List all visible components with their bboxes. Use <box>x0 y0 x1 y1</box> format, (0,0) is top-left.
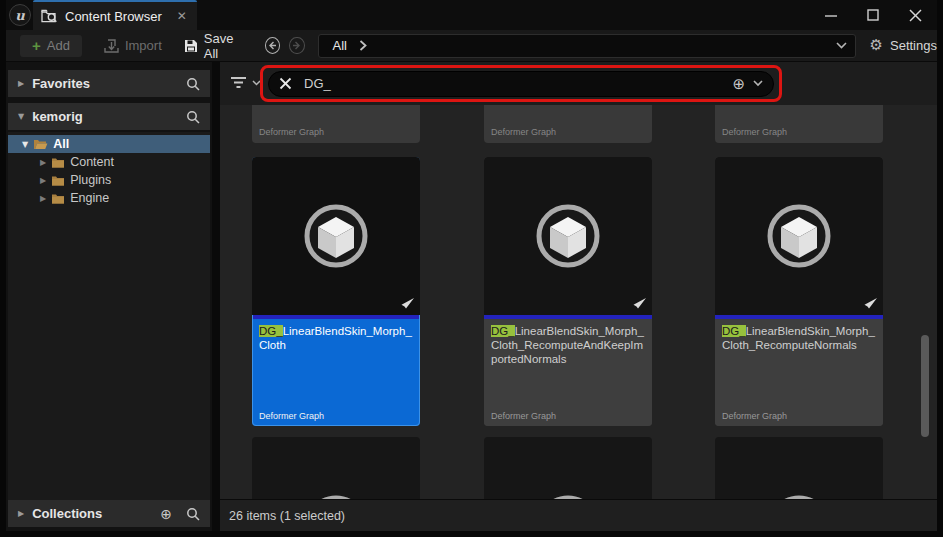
toolbar: + Add Import Save All All <box>6 30 937 62</box>
save-icon <box>184 39 198 53</box>
tree-item-all[interactable]: ▼ All <box>8 135 210 153</box>
asset-tile-partial[interactable] <box>484 437 652 499</box>
asset-type-label: Deformer Graph <box>491 127 556 137</box>
settings-button[interactable]: ⚙ Settings <box>870 38 937 53</box>
asset-tile-dg-linearblendskin-morph-cloth-recomputeandkeepimportednormals[interactable]: DG_LinearBlendSkin_Morph_Cloth_Recompute… <box>484 157 652 426</box>
add-collection-icon[interactable]: ⊕ <box>160 506 172 522</box>
favorites-label: Favorites <box>32 76 178 91</box>
asset-tile-partial[interactable] <box>252 437 420 499</box>
asset-tile-partial[interactable] <box>715 437 883 499</box>
asset-thumbnail <box>715 157 883 315</box>
filter-funnel-icon <box>230 75 247 90</box>
asset-view-panel: DG_ ⊕ Deformer Graph Deformer Graph <box>220 62 937 531</box>
engine-expand-chevron-icon[interactable]: ▶ <box>40 194 46 203</box>
collections-header[interactable]: ▶ Collections ⊕ <box>8 500 210 527</box>
collections-search-icon[interactable] <box>186 507 200 521</box>
deformer-graph-cube-icon <box>533 492 603 499</box>
filters-button[interactable] <box>230 75 261 90</box>
import-button-label: Import <box>125 38 162 53</box>
vertical-scrollbar-thumb[interactable] <box>921 335 929 437</box>
plugins-expand-chevron-icon[interactable]: ▶ <box>40 176 46 185</box>
favorites-expand-chevron-icon[interactable]: ▶ <box>18 79 24 88</box>
asset-name-rest: LinearBlendSkin_Morph_Cloth_RecomputeAnd… <box>491 325 644 365</box>
sidebar-splitter[interactable] <box>212 62 220 531</box>
collections-expand-chevron-icon[interactable]: ▶ <box>18 509 24 518</box>
asset-nameplate: DG_LinearBlendSkin_Morph_Cloth_Recompute… <box>484 319 652 426</box>
tree-item-plugins[interactable]: ▶ Plugins <box>8 171 210 189</box>
sources-header[interactable]: ▼ kemorig <box>8 103 210 130</box>
title-bar: u Content Browser ✕ <box>6 0 937 30</box>
asset-type-label: Deformer Graph <box>259 127 324 137</box>
minimize-icon[interactable] <box>819 5 843 25</box>
asset-thumbnail <box>484 157 652 315</box>
item-count-text: 26 items (1 selected) <box>229 509 345 523</box>
path-breadcrumb[interactable]: All <box>318 34 856 58</box>
favorites-search-icon[interactable] <box>186 77 200 91</box>
filter-search-bar: DG_ ⊕ <box>220 62 937 105</box>
save-search-icon[interactable]: ⊕ <box>732 75 745 93</box>
external-asset-arrow-icon <box>396 297 415 311</box>
asset-tile-dg-linearblendskin-morph-cloth-recomputenormals[interactable]: DG_LinearBlendSkin_Morph_Cloth_Recompute… <box>715 157 883 426</box>
plus-icon: + <box>32 38 41 53</box>
asset-name: DG_LinearBlendSkin_Morph_Cloth <box>259 324 413 352</box>
folder-icon <box>51 175 65 186</box>
back-button[interactable] <box>265 37 280 54</box>
collections-label: Collections <box>32 506 152 521</box>
asset-thumbnail <box>252 157 420 315</box>
favorites-header[interactable]: ▶ Favorites <box>8 70 210 97</box>
save-all-button[interactable]: Save All <box>184 31 243 61</box>
deformer-graph-cube-icon <box>301 201 371 271</box>
asset-tile-partial[interactable]: Deformer Graph <box>484 105 652 143</box>
window-controls <box>819 5 937 25</box>
tree-item-engine[interactable]: ▶ Engine <box>8 189 210 207</box>
deformer-graph-cube-icon <box>533 201 603 271</box>
import-button[interactable]: Import <box>104 38 162 53</box>
content-browser-tab-icon <box>41 9 58 23</box>
asset-tile-partial[interactable]: Deformer Graph <box>715 105 883 143</box>
content-browser-window: u Content Browser ✕ + Add <box>0 0 943 537</box>
tab-title: Content Browser <box>65 9 162 24</box>
deformer-graph-cube-icon <box>764 492 834 499</box>
asset-name-rest: LinearBlendSkin_Morph_Cloth <box>259 325 412 351</box>
asset-type-label: Deformer Graph <box>259 411 413 421</box>
asset-grid: Deformer Graph Deformer Graph Deformer G… <box>220 105 937 499</box>
source-label: kemorig <box>32 109 178 124</box>
content-expand-chevron-icon[interactable]: ▶ <box>40 158 46 167</box>
search-match-highlight: DG_ <box>722 325 746 337</box>
external-asset-arrow-icon <box>859 297 878 311</box>
clear-search-icon[interactable] <box>279 77 292 90</box>
save-all-button-label: Save All <box>204 31 243 61</box>
import-icon <box>104 39 119 53</box>
asset-tile-dg-linearblendskin-morph-cloth[interactable]: DG_LinearBlendSkin_Morph_Cloth Deformer … <box>252 157 420 426</box>
search-match-highlight: DG_ <box>491 325 515 337</box>
forward-button[interactable] <box>289 37 304 54</box>
path-dropdown-chevron-icon[interactable] <box>836 42 847 49</box>
tree-item-label: All <box>53 137 69 151</box>
deformer-graph-cube-icon <box>301 492 371 499</box>
sources-expand-chevron-icon[interactable]: ▼ <box>18 112 24 121</box>
asset-type-label: Deformer Graph <box>491 411 645 421</box>
asset-tile-partial[interactable]: Deformer Graph <box>252 105 420 143</box>
add-button[interactable]: + Add <box>20 35 82 57</box>
close-icon[interactable] <box>903 5 927 25</box>
tab-close-icon[interactable]: ✕ <box>177 9 187 23</box>
gear-icon: ⚙ <box>870 38 883 53</box>
unreal-engine-logo-icon: u <box>9 4 31 26</box>
breadcrumb-chevron-right-icon[interactable] <box>359 40 367 51</box>
tab-content-browser[interactable]: Content Browser ✕ <box>33 0 197 30</box>
asset-type-label: Deformer Graph <box>722 127 787 137</box>
search-history-chevron-icon[interactable] <box>753 80 763 87</box>
folder-icon <box>51 193 65 204</box>
asset-type-label: Deformer Graph <box>722 411 876 421</box>
asset-search-input[interactable]: DG_ ⊕ <box>268 71 774 97</box>
asset-name-rest: LinearBlendSkin_Morph_Cloth_RecomputeNor… <box>722 325 875 351</box>
folder-icon <box>51 157 65 168</box>
all-expand-chevron-icon[interactable]: ▼ <box>22 140 28 149</box>
tree-item-content[interactable]: ▶ Content <box>8 153 210 171</box>
breadcrumb-root[interactable]: All <box>333 38 347 53</box>
maximize-icon[interactable] <box>861 5 885 25</box>
sources-search-icon[interactable] <box>186 110 200 124</box>
asset-nameplate: DG_LinearBlendSkin_Morph_Cloth Deformer … <box>252 319 420 426</box>
search-query-text[interactable]: DG_ <box>304 76 732 91</box>
folder-tree: ▼ All ▶ Content ▶ <box>8 132 210 500</box>
